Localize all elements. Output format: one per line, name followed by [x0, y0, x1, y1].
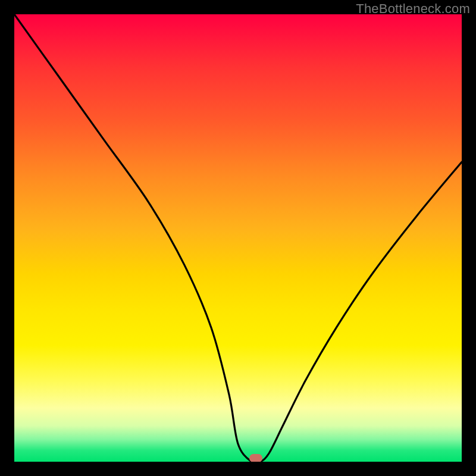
watermark-text: TheBottleneck.com [356, 1, 470, 17]
chart-frame: TheBottleneck.com [0, 0, 476, 476]
bottleneck-curve [14, 14, 462, 462]
plot-area [14, 14, 462, 462]
optimal-marker [249, 454, 262, 462]
